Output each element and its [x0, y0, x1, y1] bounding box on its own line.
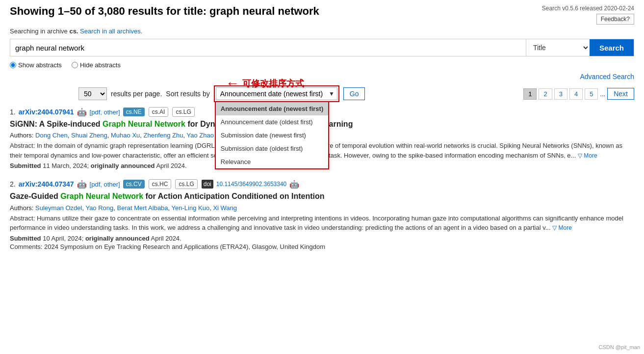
- version-text: Search v0.5.6 released 2020-02-24: [542, 5, 634, 12]
- arxiv-id-2[interactable]: arXiv:2404.07347: [19, 180, 74, 188]
- result-submitted-2: Submitted 10 April, 2024; originally ann…: [10, 235, 634, 242]
- go-button[interactable]: Go: [343, 87, 365, 100]
- search-bar: Title Author Abstract All fields Search: [10, 39, 634, 56]
- sort-dropdown-overlay: Announcement date (newest first) Announc…: [215, 101, 329, 169]
- abstract-options: Show abstracts Hide abstracts: [10, 61, 634, 69]
- dropdown-item-oldest-announcement[interactable]: Announcement date (oldest first): [216, 115, 328, 129]
- next-button[interactable]: Next: [607, 88, 634, 100]
- dropdown-item-newest-announcement[interactable]: Announcement date (newest first): [216, 102, 328, 115]
- search-button[interactable]: Search: [590, 39, 634, 56]
- top-right: Search v0.5.6 released 2020-02-24 Feedba…: [542, 5, 634, 25]
- result-header-2: 2. arXiv:2404.07347 🤖 [pdf, other] cs.CV…: [10, 179, 634, 189]
- advanced-search-link[interactable]: Advanced Search: [580, 73, 634, 81]
- feedback-button[interactable]: Feedback?: [596, 14, 634, 25]
- pagination-ellipsis: ...: [600, 90, 605, 98]
- title-highlight-2a: Graph Neural Network: [60, 192, 143, 200]
- dropdown-item-newest-submission[interactable]: Submission date (newest first): [216, 129, 328, 142]
- annotation-arrow-icon: ←: [226, 76, 239, 91]
- author-suleyman[interactable]: Suleyman Ozdel: [35, 204, 82, 212]
- result-number-2: 2.: [10, 180, 16, 188]
- author-berat[interactable]: Berat Mert Albaba: [117, 204, 168, 212]
- tag-cs-hc-2[interactable]: cs.HC: [149, 179, 172, 189]
- page-1[interactable]: 1: [523, 88, 537, 100]
- tag-cs-ai-1[interactable]: cs.AI: [149, 107, 169, 117]
- show-abstracts-label[interactable]: Show abstracts: [10, 61, 62, 69]
- robot-icon-2b: 🤖: [289, 180, 299, 189]
- result-title-2: Gaze-Guided Graph Neural Network for Act…: [10, 191, 634, 202]
- robot-icon-1: 🤖: [77, 108, 87, 117]
- show-abstracts-radio[interactable]: [10, 62, 16, 68]
- author-muhao-xu[interactable]: Muhao Xu: [111, 132, 140, 139]
- author-xi-wang[interactable]: Xi Wang: [213, 204, 237, 212]
- page-5[interactable]: 5: [585, 88, 598, 100]
- author-yao-rong[interactable]: Yao Rong: [85, 204, 113, 212]
- sort-label: Sort results by: [166, 90, 209, 98]
- result-abstract-2: Abstract: Humans utilize their gaze to c…: [10, 214, 634, 233]
- annotation: ← 可修改排序方式: [226, 76, 304, 91]
- annotation-text: 可修改排序方式: [242, 78, 304, 89]
- page-4[interactable]: 4: [569, 88, 583, 100]
- result-comments-2: Comments: 2024 Symposium on Eye Tracking…: [10, 243, 634, 250]
- arxiv-id-1[interactable]: arXiv:2404.07941: [19, 108, 74, 116]
- search-input[interactable]: [10, 39, 526, 56]
- dropdown-item-relevance[interactable]: Relevance: [216, 155, 328, 168]
- archive-text: Searching in archive cs. Search in all a…: [10, 27, 142, 35]
- more-link-2[interactable]: ▽ More: [552, 224, 572, 231]
- author-zhenfeng-zhu[interactable]: Zhenfeng Zhu: [144, 132, 183, 139]
- search-type-select[interactable]: Title Author Abstract All fields: [526, 39, 590, 56]
- top-bar: Showing 1–50 of 3,080 results for title:…: [10, 5, 634, 25]
- page-3[interactable]: 3: [554, 88, 567, 100]
- hide-abstracts-radio[interactable]: [72, 62, 78, 68]
- author-shuai-zheng[interactable]: Shuai Zheng: [71, 132, 107, 139]
- author-yen-ling[interactable]: Yen-Ling Kuo: [172, 204, 210, 212]
- hide-abstracts-label[interactable]: Hide abstracts: [72, 61, 121, 69]
- title-highlight-1a: Graph Neural Network: [103, 120, 185, 128]
- tag-cs-ne-1[interactable]: cs.NE: [123, 108, 145, 116]
- result-item-2: 2. arXiv:2404.07347 🤖 [pdf, other] cs.CV…: [10, 179, 634, 250]
- page-title: Showing 1–50 of 3,080 results for title:…: [10, 5, 319, 18]
- tag-cs-cv-2[interactable]: cs.CV: [123, 180, 145, 189]
- author-yao-zhao[interactable]: Yao Zhao: [186, 132, 213, 139]
- author-dong-chen[interactable]: Dong Chen: [35, 132, 68, 139]
- pagination: 1 2 3 4 5 ... Next: [523, 88, 634, 100]
- result-number-1: 1.: [10, 108, 16, 116]
- per-page-label: results per page.: [111, 90, 162, 98]
- tag-cs-lg-2[interactable]: cs.LG: [175, 179, 197, 189]
- hide-abstracts-text: Hide abstracts: [80, 61, 121, 69]
- advanced-search-section: Advanced Search: [10, 73, 634, 81]
- doi-link-2[interactable]: 10.1145/3649902.3653340: [216, 181, 286, 188]
- controls-row: 10 25 50 100 200 results per page. Sort …: [10, 85, 634, 102]
- tag-cs-lg-1[interactable]: cs.LG: [172, 107, 194, 117]
- pdf-link-1[interactable]: [pdf, other]: [90, 109, 120, 116]
- pdf-link-2[interactable]: [pdf, other]: [90, 181, 120, 188]
- doi-badge: doi: [202, 180, 213, 189]
- show-abstracts-text: Show abstracts: [18, 61, 62, 69]
- search-all-link[interactable]: Search in all archives.: [80, 27, 142, 35]
- result-authors-2: Authors: Suleyman Ozdel, Yao Rong, Berat…: [10, 204, 634, 212]
- archive-line: Searching in archive cs. Search in all a…: [10, 27, 634, 35]
- page-2[interactable]: 2: [539, 88, 552, 100]
- dropdown-item-oldest-submission[interactable]: Submission date (oldest first): [216, 142, 328, 155]
- left-controls: 10 25 50 100 200 results per page. Sort …: [78, 85, 365, 102]
- per-page-select[interactable]: 10 25 50 100 200: [78, 87, 107, 100]
- robot-icon-2: 🤖: [77, 180, 87, 189]
- more-link-1[interactable]: ▽ More: [578, 152, 597, 159]
